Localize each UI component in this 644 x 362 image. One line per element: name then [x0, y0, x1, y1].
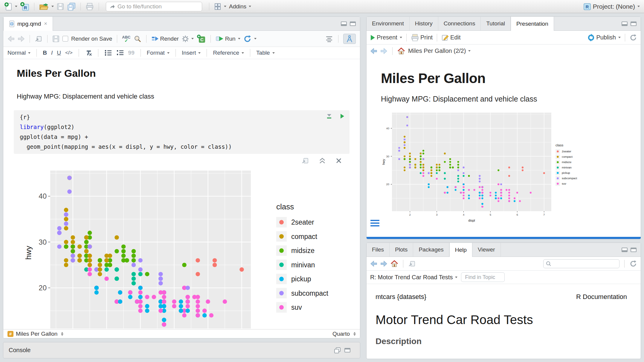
maximize-icon[interactable] — [350, 22, 356, 26]
edit-button[interactable]: Edit — [441, 34, 460, 41]
code-line[interactable]: geom_point(mapping = aes(x = displ, y = … — [20, 142, 345, 152]
code-line[interactable]: {r} — [20, 112, 345, 122]
code-chunk[interactable]: {r}library(ggplot2)ggplot(data = mpg) + … — [14, 110, 350, 154]
bold-button[interactable]: B — [43, 50, 47, 56]
code-line[interactable]: ggplot(data = mpg) + — [20, 132, 345, 142]
maximize-icon[interactable] — [344, 348, 350, 352]
tab-tutorial[interactable]: Tutorial — [481, 17, 511, 30]
render-options-button[interactable] — [182, 35, 194, 42]
data-point — [162, 300, 166, 304]
open-file-button[interactable] — [39, 2, 54, 11]
document-canvas[interactable]: Miles Per Gallon Highway MPG: Displaceme… — [3, 59, 360, 331]
back-icon[interactable] — [7, 36, 15, 42]
chunk-code[interactable]: {r}library(ggplot2)ggplot(data = mpg) + … — [20, 112, 345, 152]
restore-icon[interactable] — [334, 347, 341, 354]
mode-updown-icon[interactable] — [353, 332, 356, 336]
addins-button[interactable]: Addins — [229, 3, 251, 10]
new-project-button[interactable]: R — [20, 2, 30, 11]
divider — [625, 34, 625, 42]
help-search[interactable] — [543, 259, 619, 268]
print-button[interactable] — [85, 2, 94, 11]
tab-plots[interactable]: Plots — [390, 243, 413, 257]
slide-preview[interactable]: Miles Per Gallon Highway MPG: Displaceme… — [367, 57, 641, 237]
tab-connections[interactable]: Connections — [438, 17, 481, 30]
minimize-icon[interactable] — [341, 22, 347, 26]
spellcheck-button[interactable]: ABC ✓ — [122, 35, 130, 42]
doc-mode-selector[interactable]: Quarto — [332, 331, 350, 337]
save-all-icon — [67, 2, 76, 11]
slide-breadcrumb[interactable]: Miles Per Gallon (2/2) — [408, 47, 471, 54]
project-selector[interactable]: R Project: (None) — [583, 2, 640, 11]
goto-file-input[interactable] — [117, 3, 199, 10]
clear-formatting-icon[interactable] — [85, 49, 92, 56]
tab-presentation[interactable]: Presentation — [511, 17, 554, 31]
data-point — [508, 167, 510, 168]
present-button[interactable]: Present — [370, 34, 402, 41]
format-menu[interactable]: Format — [147, 50, 170, 56]
run-chunk-icon[interactable] — [340, 113, 345, 119]
tab-viewer[interactable]: Viewer — [472, 243, 501, 257]
reference-menu[interactable]: Reference — [213, 50, 244, 56]
save-icon[interactable] — [52, 35, 59, 42]
topic-selector[interactable]: R: Motor Trend Car Road Tests — [370, 274, 457, 281]
back-icon[interactable] — [370, 48, 377, 54]
code-button[interactable]: </> — [65, 50, 73, 56]
italic-button[interactable]: I — [51, 50, 53, 56]
forward-icon[interactable] — [380, 260, 387, 267]
bullet-list-icon[interactable] — [104, 50, 112, 56]
outline-selector[interactable]: Miles Per Gallon — [16, 331, 57, 337]
maximize-icon[interactable] — [631, 22, 637, 26]
code-line[interactable]: library(ggplot2) — [20, 122, 345, 132]
find-in-topic-input[interactable] — [461, 272, 505, 282]
run-button[interactable]: Run — [216, 35, 240, 42]
forward-icon[interactable] — [18, 36, 25, 42]
refresh-icon[interactable] — [629, 260, 637, 268]
outline-icon[interactable] — [325, 36, 333, 42]
outline-updown-icon[interactable] — [61, 332, 63, 336]
paragraph-style-select[interactable]: Normal — [7, 50, 30, 56]
tab-environment[interactable]: Environment — [367, 17, 410, 30]
search-icon[interactable] — [134, 35, 141, 43]
minimize-icon[interactable] — [622, 248, 628, 252]
tab-packages[interactable]: Packages — [413, 243, 449, 257]
help-search-input[interactable] — [553, 260, 617, 267]
home-icon[interactable] — [397, 47, 405, 55]
underline-button[interactable]: U — [57, 50, 61, 56]
tab-files[interactable]: Files — [367, 243, 390, 257]
render-button[interactable]: Render — [151, 36, 179, 42]
render-label: Render — [160, 36, 179, 42]
tab-help[interactable]: Help — [449, 243, 472, 257]
tab-history[interactable]: History — [410, 17, 438, 30]
back-icon[interactable] — [370, 260, 377, 267]
close-output-icon[interactable] — [335, 157, 342, 164]
goto-file-search[interactable] — [106, 2, 202, 11]
new-file-button[interactable] — [4, 2, 17, 11]
publish-button[interactable]: Publish — [587, 34, 621, 42]
minimize-icon[interactable] — [622, 22, 628, 26]
refresh-icon[interactable] — [629, 34, 637, 42]
popout-icon[interactable] — [35, 35, 42, 42]
render-on-save-checkbox[interactable] — [62, 36, 68, 42]
save-button[interactable] — [57, 3, 64, 10]
popout-icon[interactable] — [408, 260, 416, 267]
blockquote-button[interactable]: 99 — [128, 50, 135, 56]
insert-menu[interactable]: Insert — [182, 50, 201, 56]
collapse-output-icon[interactable] — [319, 157, 326, 164]
popout-icon[interactable] — [301, 157, 309, 164]
visual-editor-toggle[interactable] — [343, 34, 356, 44]
close-icon[interactable]: × — [44, 21, 47, 27]
numbered-list-icon[interactable] — [116, 50, 124, 56]
save-all-button[interactable] — [67, 2, 76, 11]
maximize-icon[interactable] — [631, 248, 637, 252]
slide-menu-icon[interactable] — [370, 220, 379, 226]
run-chunks-above-icon[interactable] — [326, 113, 332, 119]
data-point — [104, 258, 109, 263]
forward-icon[interactable] — [380, 48, 387, 54]
tab-mpg-qmd[interactable]: mpg.qmd × — [3, 17, 53, 31]
table-menu[interactable]: Table — [256, 50, 274, 56]
workspace-panes-button[interactable] — [214, 3, 226, 10]
insert-chunk-button[interactable]: C — [197, 34, 206, 43]
home-icon[interactable] — [390, 260, 398, 267]
rerun-button[interactable] — [243, 35, 257, 43]
print-button[interactable]: Print — [411, 34, 433, 42]
